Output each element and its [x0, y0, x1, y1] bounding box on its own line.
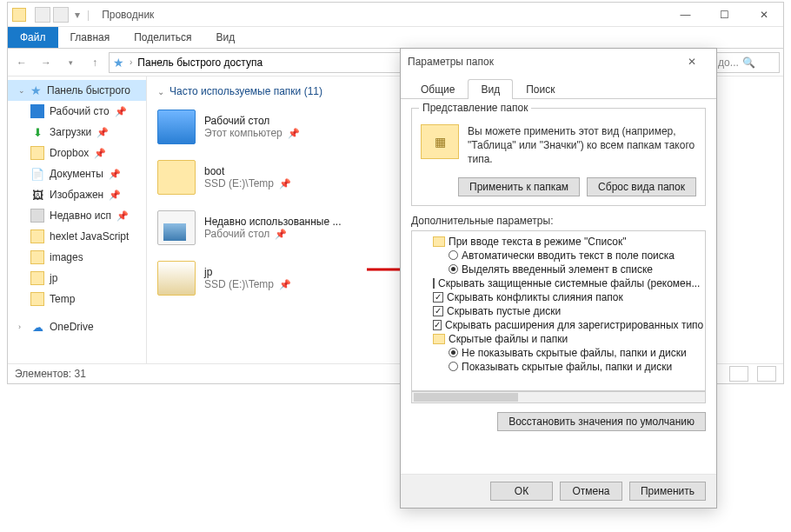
dialog-titlebar: Параметры папок ✕	[401, 49, 716, 75]
dialog-tabs: Общие Вид Поиск	[401, 78, 716, 99]
apply-button[interactable]: Применить	[629, 482, 706, 501]
download-icon: ⬇	[30, 125, 44, 139]
group-legend: Представление папок	[419, 102, 531, 114]
star-icon: ★	[30, 83, 42, 97]
dialog-title: Параметры папок	[408, 56, 494, 68]
img-icon: 🖼	[30, 188, 44, 202]
sidebar-item-quick-access[interactable]: ⌄★Панель быстрого	[8, 80, 146, 101]
titlebar: ▾ | Проводник — ☐ ✕	[8, 3, 783, 27]
chevron-right-icon: ›	[130, 57, 132, 67]
tab-view[interactable]: Вид	[203, 27, 247, 48]
horizontal-scrollbar[interactable]	[411, 391, 706, 403]
folder-icon: ▦	[421, 124, 459, 159]
folder-icon	[433, 236, 445, 247]
folder-views-group: Представление папок ▦ Вы можете применит…	[411, 108, 706, 206]
checkbox[interactable]: ✓	[433, 306, 443, 316]
chevron-down-icon: ⌄	[157, 87, 164, 96]
app-icon	[8, 8, 30, 22]
close-button[interactable]: ✕	[675, 50, 709, 74]
tab-share[interactable]: Поделиться	[122, 27, 203, 48]
view-icons-button[interactable]	[757, 366, 776, 382]
folder-icon	[157, 261, 196, 296]
sidebar-item-recent[interactable]: Недавно исп📌	[8, 205, 146, 226]
close-button[interactable]: ✕	[744, 3, 783, 27]
back-button[interactable]: ←	[11, 52, 32, 73]
checkbox[interactable]	[433, 278, 435, 289]
forward-button[interactable]: →	[36, 52, 56, 73]
reset-folders-button[interactable]: Сброс вида папок	[587, 177, 696, 196]
window-title: Проводник	[95, 9, 666, 21]
view-details-button[interactable]	[729, 366, 748, 382]
qat-dropdown-icon[interactable]: ▾	[73, 9, 82, 21]
sidebar-item-folder[interactable]: hexlet JavaScript	[8, 226, 146, 247]
restore-defaults-button[interactable]: Восстановить значения по умолчанию	[497, 412, 706, 431]
sidebar-item-downloads[interactable]: ⬇Загрузки📌	[8, 122, 146, 143]
radio[interactable]	[449, 348, 458, 357]
sidebar-item-pictures[interactable]: 🖼Изображен📌	[8, 184, 146, 205]
sidebar-item-folder[interactable]: images	[8, 247, 146, 268]
tab-search[interactable]: Поиск	[513, 79, 568, 99]
desktop-icon	[157, 110, 196, 144]
tab-view[interactable]: Вид	[468, 79, 513, 99]
checkbox[interactable]: ✓	[433, 320, 442, 330]
quick-access-toolbar	[30, 7, 73, 23]
dialog-footer: ОК Отмена Применить	[401, 474, 716, 508]
qat-item[interactable]	[35, 7, 50, 23]
search-icon: 🔍	[742, 57, 755, 69]
sidebar-item-desktop[interactable]: Рабочий сто📌	[8, 101, 146, 122]
ok-button[interactable]: ОК	[490, 482, 553, 501]
folder-options-dialog: Параметры папок ✕ Общие Вид Поиск Предст…	[400, 48, 717, 509]
apply-to-folders-button[interactable]: Применить к папкам	[458, 177, 580, 196]
folder-icon	[157, 160, 196, 195]
folder-icon	[433, 334, 445, 344]
recent-icon	[157, 210, 196, 245]
qat-item[interactable]	[53, 7, 69, 23]
item-count: Элементов: 31	[15, 368, 86, 380]
sidebar-item-folder[interactable]: jp	[8, 268, 146, 289]
doc-icon: 📄	[30, 167, 44, 181]
tab-home[interactable]: Главная	[58, 27, 123, 48]
cancel-button[interactable]: Отмена	[560, 482, 622, 501]
address-text: Панель быстрого доступа	[137, 57, 263, 69]
group-title: Часто используемые папки (11)	[170, 85, 322, 97]
sidebar-item-dropbox[interactable]: Dropbox📌	[8, 143, 146, 163]
advanced-label: Дополнительные параметры:	[411, 215, 706, 227]
radio[interactable]	[449, 362, 458, 371]
nav-pane: ⌄★Панель быстрого Рабочий сто📌 ⬇Загрузки…	[8, 76, 147, 363]
star-icon: ★	[113, 56, 124, 70]
history-dropdown[interactable]: ▾	[60, 52, 81, 73]
tab-general[interactable]: Общие	[408, 79, 468, 99]
folder-views-text: Вы можете применить этот вид (например, …	[468, 124, 696, 167]
onedrive-icon: ☁	[30, 320, 44, 334]
minimize-button[interactable]: —	[666, 3, 705, 27]
checkbox[interactable]: ✓	[433, 292, 443, 303]
ribbon-tabs: Файл Главная Поделиться Вид	[8, 27, 783, 49]
radio[interactable]	[449, 250, 458, 260]
radio[interactable]	[449, 264, 458, 274]
advanced-settings-tree[interactable]: При вводе текста в режиме "Список" Автом…	[411, 230, 706, 391]
sidebar-item-folder[interactable]: Temp	[8, 289, 146, 309]
sidebar-item-documents[interactable]: 📄Документы📌	[8, 163, 146, 184]
up-button[interactable]: ↑	[84, 52, 105, 73]
sidebar-item-onedrive[interactable]: ›☁OneDrive	[8, 316, 146, 337]
tab-file[interactable]: Файл	[8, 27, 58, 48]
maximize-button[interactable]: ☐	[705, 3, 744, 27]
